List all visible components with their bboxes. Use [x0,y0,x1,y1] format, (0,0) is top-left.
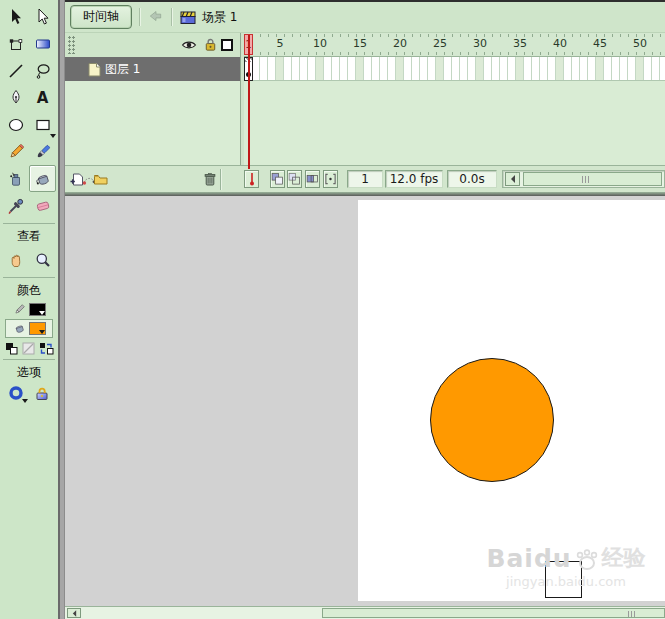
show-hide-eye-icon[interactable] [181,37,197,53]
oval-icon [7,116,25,134]
fill-color-row [5,319,53,338]
line-tool[interactable] [2,57,29,84]
fill-color-swatch[interactable] [29,322,46,335]
ruler-number: 40 [550,37,570,50]
ruler-number: 10 [310,37,330,50]
pencil-icon [7,143,25,161]
fill-color-caret [39,330,45,334]
scene-breadcrumb[interactable]: 场景 1 [179,9,237,26]
frames-grid[interactable] [244,57,665,81]
stroke-color-row [0,303,58,316]
rectangle-icon [34,116,52,134]
scroll-thumb-grip [628,611,636,617]
rectangle-tool[interactable] [29,111,56,138]
onion-skin-outlines-button[interactable] [287,170,302,188]
paint-bucket-tool[interactable] [29,165,56,192]
header-separator [139,8,140,26]
pen-icon [7,89,25,107]
edit-multiple-frames-button[interactable] [305,170,320,188]
timeline-hscroll-track[interactable] [502,170,665,188]
edit-multiple-frames-icon [306,172,319,186]
timeline-hscroll-left-arrow[interactable] [505,172,520,186]
brush-icon [34,143,52,161]
ruler-number: 5 [270,37,290,50]
timeline-hscroll-thumb[interactable] [523,172,662,186]
frame-ruler[interactable]: 5 10 15 20 25 30 35 40 45 50 1 [240,33,665,57]
scene-label: 场景 1 [202,9,237,26]
baidu-watermark: Baidu 经验 jingyan.baidu.com [471,543,661,589]
stage-hscroll-thumb[interactable] [322,608,665,618]
timeline-header: 时间轴 场景 1 [65,2,665,33]
gradient-transform-tool[interactable] [29,30,56,57]
gradient-transform-icon [34,35,52,53]
pencil-tool[interactable] [2,138,29,165]
watermark-brand-suffix: 经验 [602,543,646,573]
free-transform-tool[interactable] [2,30,29,57]
frame-rate-display[interactable]: 12.0 fps [385,170,443,188]
onion-skin-button[interactable] [270,170,285,188]
text-tool-glyph: A [37,89,49,107]
header-separator [171,8,172,26]
oval-tool[interactable] [2,111,29,138]
eraser-tool[interactable] [29,192,56,219]
timeline-tab[interactable]: 时间轴 [70,5,132,29]
ruler-number: 25 [430,37,450,50]
onion-skin-icon [271,172,284,186]
stage-pasteboard: Baidu 经验 jingyan.baidu.com [65,196,665,606]
lock-layers-icon[interactable] [203,36,218,53]
layer-page-icon [86,61,102,78]
text-tool[interactable]: A [29,84,56,111]
eyedropper-tool[interactable] [2,192,29,219]
selection-tool[interactable] [2,3,29,30]
subselection-arrow-icon [34,8,52,26]
coin-circle-shape[interactable] [430,358,554,482]
brush-tool[interactable] [29,138,56,165]
playhead-line[interactable] [248,35,250,169]
center-frame-button[interactable] [244,170,259,188]
elapsed-time-display: 0.0s [447,170,497,188]
pen-tool[interactable] [2,84,29,111]
gap-size-option[interactable] [8,385,26,403]
stage-hscroll-left-arrow[interactable] [67,608,81,618]
watermark-brand: Baidu [486,544,571,573]
modify-onion-markers-button[interactable] [323,170,338,188]
timeline-empty-area [65,81,665,165]
delete-layer-trash-button[interactable] [202,171,218,188]
left-arrow-icon [510,175,516,183]
center-playhead-icon [247,172,257,187]
ink-bottle-icon [7,170,25,188]
line-icon [7,62,25,80]
ruler-number: 30 [470,37,490,50]
stage-hscroll-track[interactable] [65,606,665,619]
modify-onion-markers-icon [324,172,337,186]
default-colors-button[interactable] [5,342,18,355]
paint-bucket-icon [34,170,52,188]
selection-arrow-icon [7,8,25,26]
stroke-color-swatch[interactable] [29,303,46,316]
stage-canvas[interactable]: Baidu 经验 jingyan.baidu.com [358,200,665,601]
zoom-tool[interactable] [29,246,56,273]
layers-header [65,33,240,57]
insert-layer-folder-button[interactable] [92,171,109,187]
ruler-number: 45 [590,37,610,50]
layer-row[interactable]: 图层 1 [65,57,240,81]
ink-bottle-tool[interactable] [2,165,29,192]
left-arrow-icon [72,610,77,617]
ruler-number: 35 [510,37,530,50]
lock-fill-option[interactable] [33,385,51,403]
subselection-tool[interactable] [29,3,56,30]
panel-grip-icon[interactable] [68,36,75,54]
back-arrow-icon[interactable] [147,9,164,25]
panel-separator [58,0,65,619]
ruler-ticks-bottom [244,52,665,55]
hand-tool[interactable] [2,246,29,273]
ruler-number: 20 [390,37,410,50]
lasso-tool[interactable] [29,57,56,84]
outline-view-icon[interactable] [221,39,233,51]
no-color-button[interactable] [22,342,35,355]
options-section-label: 选项 [0,360,58,382]
swap-colors-button[interactable] [39,342,54,355]
ruler-number: 50 [630,37,650,50]
eyedropper-icon [7,197,25,215]
baidu-paw-icon [574,547,600,573]
